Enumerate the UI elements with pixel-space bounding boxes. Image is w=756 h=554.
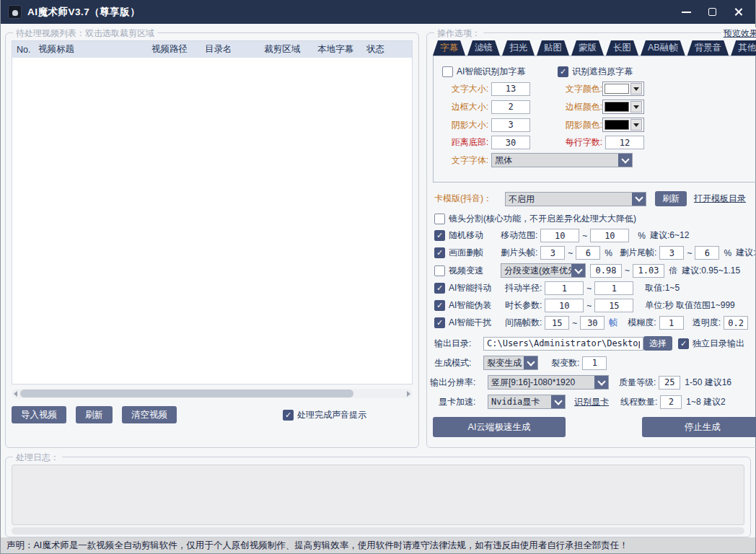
minimize-button[interactable] — [676, 4, 696, 21]
blur-input[interactable] — [659, 316, 684, 330]
cover-original-subtitle-checkbox[interactable] — [558, 66, 568, 77]
tab-other[interactable]: 其他 — [731, 40, 756, 56]
fission-count-input[interactable] — [582, 356, 607, 370]
chevron-down-icon — [618, 154, 632, 167]
col-local-subtitle[interactable]: 本地字幕 — [313, 43, 362, 56]
preview-effect-link[interactable]: 预览效果 — [721, 27, 756, 40]
col-video-title[interactable]: 视频标题 — [34, 43, 147, 56]
frame-delete-row: 画面删帧 删片头帧: ~ % 删片尾帧: ~ % 建议:3~6 — [434, 246, 756, 260]
head-frame-from-input[interactable] — [540, 246, 565, 260]
template-select[interactable]: 不启用 — [505, 192, 646, 206]
detect-gpu-link[interactable]: 识别显卡 — [574, 396, 609, 408]
sound-tip-checkbox[interactable] — [283, 410, 294, 421]
border-color-dropdown-icon — [630, 101, 642, 113]
import-video-button[interactable]: 导入视频 — [12, 406, 66, 423]
scroll-right-icon[interactable] — [407, 391, 410, 397]
tab-mask[interactable]: 蒙版 — [571, 40, 604, 56]
standalone-dir-checkbox[interactable] — [678, 338, 689, 349]
tab-bgm[interactable]: 背景音 — [687, 40, 729, 56]
border-size-input[interactable] — [491, 100, 530, 114]
video-table-body[interactable] — [12, 58, 412, 384]
tail-frame-to-input[interactable] — [695, 246, 719, 260]
chars-per-line-input[interactable] — [605, 136, 644, 149]
speed-mode-select[interactable]: 分段变速(效率优先) — [501, 263, 586, 278]
font-family-select[interactable]: 黑体 — [491, 153, 633, 167]
ai-disguise-checkbox[interactable] — [434, 300, 445, 311]
font-family-value: 黑体 — [492, 154, 618, 167]
clear-video-button[interactable]: 清空视频 — [122, 406, 177, 423]
template-value: 不启用 — [506, 193, 632, 206]
jitter-radius-label: 抖动半径: — [505, 282, 542, 294]
log-hscrollbar[interactable] — [12, 527, 744, 535]
ai-add-subtitle-label: AI智能识别加字幕 — [457, 66, 558, 78]
font-size-input[interactable] — [491, 82, 530, 96]
jitter-from-input[interactable] — [545, 281, 584, 295]
move-range-from-input[interactable] — [540, 229, 579, 242]
gen-mode-select[interactable]: 裂变生成 — [483, 356, 538, 370]
scroll-left-icon[interactable] — [14, 391, 17, 397]
duration-to-input[interactable] — [594, 299, 633, 312]
tab-filter[interactable]: 滤镜 — [467, 40, 500, 56]
move-range-to-input[interactable] — [590, 229, 629, 242]
jitter-to-input[interactable] — [594, 281, 633, 295]
resolution-select[interactable]: 竖屏[9:16]-1080*1920 — [488, 375, 609, 390]
head-frame-to-input[interactable] — [576, 246, 600, 260]
col-video-path[interactable]: 视频路径 — [147, 43, 201, 56]
font-color-swatch — [605, 84, 629, 94]
col-crop-area[interactable]: 裁剪区域 — [260, 43, 313, 56]
col-dir-name[interactable]: 目录名 — [201, 43, 260, 56]
stop-generate-button[interactable]: 停止生成 — [642, 417, 756, 437]
col-status[interactable]: 状态 — [362, 43, 412, 56]
shadow-size-input[interactable] — [491, 118, 530, 132]
maximize-button[interactable] — [702, 4, 722, 21]
gpu-select[interactable]: Nvidia显卡 — [488, 395, 566, 409]
video-list-hscrollbar[interactable] — [12, 389, 413, 398]
tab-sweep-light[interactable]: 扫光 — [502, 40, 535, 56]
speed-change-row: 视频变速 分段变速(效率优先) ~ 倍 建议:0.95~1.15 — [434, 263, 756, 278]
close-icon — [734, 7, 743, 17]
cloud-generate-button[interactable]: AI云端极速生成 — [433, 417, 566, 437]
scrollbar-thumb[interactable] — [20, 390, 353, 397]
refresh-list-button[interactable]: 刷新 — [76, 406, 113, 423]
blur-label: 模糊度: — [628, 317, 656, 329]
ai-disguise-label: AI智能伪装 — [449, 299, 505, 312]
font-color-select[interactable] — [602, 82, 644, 96]
opacity-label: 透明度: — [693, 317, 721, 329]
open-template-dir-link[interactable]: 打开模板目录 — [694, 193, 746, 205]
bottom-distance-input[interactable] — [491, 136, 530, 149]
quality-input[interactable] — [659, 376, 680, 390]
duration-from-input[interactable] — [545, 299, 584, 312]
output-dir-input[interactable] — [483, 337, 643, 351]
ai-add-subtitle-checkbox[interactable] — [442, 66, 453, 77]
log-area[interactable] — [12, 465, 744, 525]
interval-from-input[interactable] — [545, 316, 569, 330]
tab-sticker[interactable]: 贴图 — [537, 40, 569, 56]
tab-subtitle[interactable]: 字幕 — [433, 40, 465, 56]
interval-to-input[interactable] — [580, 316, 605, 330]
chevron-down-icon — [594, 376, 608, 389]
threads-input[interactable] — [660, 395, 682, 409]
template-refresh-button[interactable]: 刷新 — [655, 191, 687, 206]
tail-frame-from-input[interactable] — [659, 246, 684, 260]
opacity-input[interactable] — [724, 316, 748, 330]
speed-to-input[interactable] — [633, 264, 664, 278]
lens-split-checkbox[interactable] — [434, 214, 445, 224]
choose-dir-button[interactable]: 选择 — [643, 336, 672, 351]
close-button[interactable] — [728, 4, 748, 21]
frame-delete-checkbox[interactable] — [434, 247, 445, 258]
ai-interfere-checkbox[interactable] — [434, 317, 445, 328]
border-color-select[interactable] — [602, 100, 644, 114]
ai-jitter-checkbox[interactable] — [434, 283, 445, 294]
cover-original-subtitle-label: 识别遮挡原字幕 — [572, 66, 633, 78]
interval-unit: 帧 — [609, 317, 617, 329]
shadow-color-select[interactable] — [602, 118, 644, 132]
random-move-checkbox[interactable] — [434, 230, 445, 241]
font-color-label: 文字颜色: — [543, 83, 602, 95]
tail-frame-label: 删片尾帧: — [620, 247, 656, 259]
col-no[interactable]: No. — [12, 45, 34, 55]
tab-ab-blend[interactable]: AB融帧 — [641, 40, 685, 56]
tab-long-image[interactable]: 长图 — [606, 40, 638, 56]
fission-count-label: 裂变数: — [551, 357, 579, 369]
speed-from-input[interactable] — [590, 264, 622, 278]
speed-change-checkbox[interactable] — [434, 265, 445, 276]
